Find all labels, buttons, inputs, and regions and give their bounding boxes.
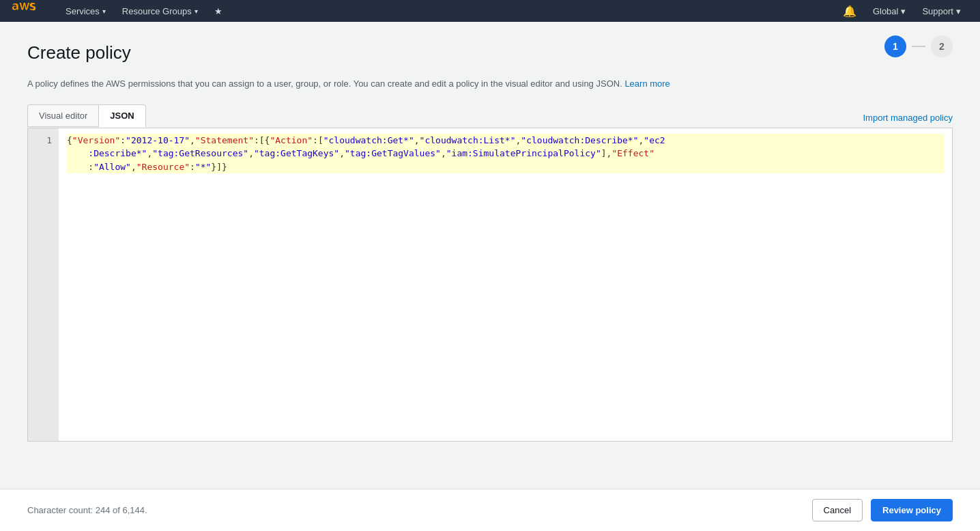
step-indicators: 1 2	[884, 35, 953, 57]
top-navigation: Services ▾ Resource Groups ▾ ★ 🔔 Global …	[0, 0, 980, 22]
resource-groups-label: Resource Groups	[122, 6, 192, 16]
resource-groups-menu[interactable]: Resource Groups ▾	[114, 0, 206, 22]
services-label: Services	[66, 6, 100, 16]
aws-logo[interactable]	[11, 2, 46, 20]
support-label: Support	[922, 6, 953, 16]
services-caret-icon: ▾	[102, 8, 106, 15]
tab-visual-editor[interactable]: Visual editor	[27, 104, 98, 127]
review-policy-button[interactable]: Review policy	[871, 499, 953, 521]
step-2-indicator: 2	[931, 35, 953, 57]
page-description: A policy defines the AWS permissions tha…	[27, 77, 953, 91]
global-label: Global	[873, 6, 899, 16]
json-editor[interactable]: 1 {"Version":"2012-10-17","Statement":[{…	[27, 128, 953, 442]
cancel-button[interactable]: Cancel	[812, 499, 863, 521]
region-selector[interactable]: Global ▾	[865, 0, 914, 22]
editor-tabs: Visual editor JSON	[27, 104, 146, 128]
support-menu[interactable]: Support ▾	[914, 0, 969, 22]
main-content: Create policy A policy defines the AWS p…	[0, 22, 980, 442]
bottom-bar: Character count: 244 of 6,144. Cancel Re…	[0, 489, 980, 531]
tab-json[interactable]: JSON	[98, 104, 145, 128]
resource-groups-caret-icon: ▾	[194, 8, 198, 15]
code-content[interactable]: {"Version":"2012-10-17","Statement":[{"A…	[59, 128, 952, 441]
favorites-icon[interactable]: ★	[206, 0, 231, 22]
star-icon: ★	[214, 6, 222, 16]
step-divider	[912, 46, 925, 47]
line-numbers: 1	[28, 128, 59, 441]
support-caret-icon: ▾	[956, 6, 961, 16]
notifications-bell-icon[interactable]: 🔔	[835, 0, 865, 22]
import-managed-policy-link[interactable]: Import managed policy	[863, 113, 953, 123]
learn-more-link[interactable]: Learn more	[624, 78, 669, 89]
step-1-indicator: 1	[884, 35, 906, 57]
page-title: Create policy	[27, 42, 953, 63]
global-caret-icon: ▾	[901, 6, 906, 16]
services-menu[interactable]: Services ▾	[57, 0, 114, 22]
character-count: Character count: 244 of 6,144.	[27, 505, 147, 515]
code-line-1: {"Version":"2012-10-17","Statement":[{"A…	[67, 134, 944, 174]
action-buttons: Cancel Review policy	[812, 499, 953, 521]
